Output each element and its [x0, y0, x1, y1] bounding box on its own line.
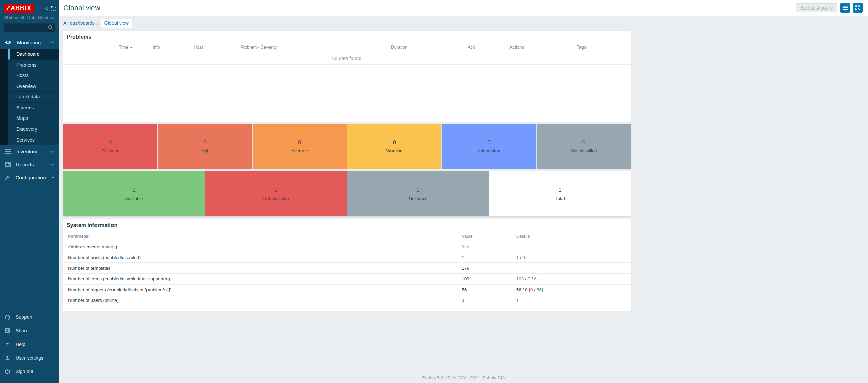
sidebar-item-maps[interactable]: Maps — [8, 113, 59, 124]
table-row: Zabbix server is running Yes — [63, 241, 631, 252]
parameter-cell: Number of users (online) — [63, 298, 462, 303]
severity-label: High — [201, 148, 210, 153]
table-row: Number of items (enabled/disabled/not su… — [63, 274, 631, 285]
sidebar-group-inventory[interactable]: Inventory — [0, 145, 59, 158]
sidebar-item-hosts[interactable]: Hosts — [8, 70, 59, 81]
sidebar-group-configuration[interactable]: Configuration — [0, 171, 59, 184]
edit-dashboard-button[interactable]: Edit dashboard — [796, 3, 837, 12]
availability-card-unknown: 0 Unknown — [347, 171, 489, 216]
breadcrumb-all-dashboards[interactable]: All dashboards — [63, 20, 95, 26]
sidebar-item-user-settings[interactable]: User settings — [0, 351, 59, 365]
sidebar-item-label: Discovery — [16, 126, 37, 132]
sidebar-item-discovery[interactable]: Discovery — [8, 124, 59, 135]
severity-card-information: 0 Information — [442, 124, 536, 169]
sidebar-nav: Monitoring Dashboard Problems Hosts Over… — [0, 36, 59, 184]
sidebar-footer: Support Z Share ? Help User settings Sig… — [0, 310, 59, 383]
headset-icon — [5, 314, 10, 320]
sidebar-item-label: Support — [16, 314, 32, 320]
availability-label: Unknown — [409, 196, 427, 201]
sidebar-group-reports[interactable]: Reports — [0, 158, 59, 171]
availability-count: 1 — [558, 187, 561, 194]
sidebar-item-share[interactable]: Z Share — [0, 324, 59, 338]
availability-card-not-available: 0 Not available — [205, 171, 347, 216]
zabbix-sia-link[interactable]: Zabbix SIA — [483, 375, 505, 380]
user-icon — [5, 355, 10, 361]
share-icon: Z — [5, 328, 10, 333]
wrench-icon — [5, 175, 10, 181]
column-header-tags: Tags — [577, 44, 586, 50]
availability-count: 0 — [274, 187, 277, 194]
sidebar-item-support[interactable]: Support — [0, 310, 59, 324]
power-icon — [5, 369, 10, 374]
parameter-cell: Number of items (enabled/disabled/not su… — [63, 276, 462, 281]
sidebar-item-sign-out[interactable]: Sign out — [0, 365, 59, 378]
value-cell: 1 — [462, 255, 516, 260]
hide-sidebar-icon[interactable] — [51, 6, 56, 11]
monitoring-submenu: Dashboard Problems Hosts Overview Latest… — [0, 49, 59, 145]
page-title: Global view — [63, 4, 100, 12]
severity-count: 0 — [487, 139, 490, 146]
sidebar-item-label: Services — [16, 137, 35, 143]
parameter-cell: Number of templates — [63, 266, 462, 271]
availability-label: Not available — [263, 196, 289, 201]
sidebar-group-label: Monitoring — [17, 40, 41, 45]
collapse-sidebar-icon[interactable]: « — [45, 5, 48, 11]
widget-title: System information — [63, 219, 631, 231]
footer-text: Zabbix 5.0.17. © 2001–2021, — [422, 375, 483, 380]
parameter-cell: Number of hosts (enabled/disabled) — [63, 255, 462, 260]
column-header-info: Info — [153, 44, 160, 50]
system-information-widget: System information Parameter Value Detai… — [63, 219, 631, 311]
availability-count: 1 — [132, 187, 135, 194]
sidebar-group-monitoring[interactable]: Monitoring — [0, 36, 59, 49]
zabbix-logo[interactable]: ZABBIX — [4, 4, 34, 13]
sort-descending-icon: ▼ — [129, 46, 133, 49]
sidebar-group-label: Inventory — [16, 149, 37, 154]
sidebar-item-screens[interactable]: Screens — [8, 103, 59, 113]
parameter-cell: Number of triggers (enabled/disabled [pr… — [63, 287, 462, 292]
dashboard-grid: Problems Time▼ Info Host Problem • Sever… — [63, 31, 631, 311]
column-header-ack: Ack — [468, 44, 475, 50]
sidebar-group-label: Configuration — [15, 175, 46, 180]
empty-state-message: No data found. — [63, 52, 631, 65]
sidebar: ZABBIX « Shibboleth Data Systems Monitor… — [0, 0, 59, 383]
top-bar: Global view Edit dashboard — [59, 0, 868, 16]
dashboard-menu-button[interactable] — [840, 3, 850, 13]
sidebar-item-help[interactable]: ? Help — [0, 338, 59, 351]
sidebar-header: ZABBIX « — [0, 0, 59, 13]
sidebar-item-overview[interactable]: Overview — [8, 81, 59, 92]
kiosk-mode-button[interactable] — [853, 3, 863, 13]
value-cell: 179 — [462, 266, 516, 271]
page-footer: Zabbix 5.0.17. © 2001–2021, Zabbix SIA — [59, 375, 868, 383]
sidebar-item-dashboard[interactable]: Dashboard — [8, 49, 59, 60]
severity-card-not-classified: 0 Not classified — [537, 124, 631, 169]
problems-widget: Problems Time▼ Info Host Problem • Sever… — [63, 31, 631, 122]
column-header-time[interactable]: Time▼ — [119, 44, 133, 50]
severity-count: 0 — [109, 139, 112, 146]
popout-arrow-icon — [51, 6, 54, 8]
details-cell: 1 — [516, 298, 631, 303]
severity-count: 0 — [203, 139, 206, 146]
severity-label: Disaster — [102, 148, 118, 153]
breadcrumb-current[interactable]: Global view — [101, 19, 132, 28]
severity-card-warning: 0 Warning — [347, 124, 441, 169]
breadcrumb: All dashboards / Global view — [59, 16, 868, 31]
sidebar-group-label: Reports — [16, 162, 34, 167]
column-header-problem-severity: Problem • Severity — [240, 44, 277, 50]
sidebar-item-label: Overview — [16, 84, 36, 89]
sidebar-item-label: Maps — [16, 115, 28, 121]
sidebar-item-services[interactable]: Services — [8, 134, 59, 145]
sidebar-item-label: Screens — [16, 105, 34, 110]
availability-label: Total — [555, 196, 565, 201]
sidebar-item-latest-data[interactable]: Latest data — [8, 92, 59, 103]
value-cell: 109 — [462, 276, 516, 281]
details-cell: 56 / 0 [0 / 56] — [516, 287, 631, 292]
column-header-parameter: Parameter — [63, 234, 462, 239]
organization-name: Shibboleth Data Systems — [0, 13, 59, 20]
sidebar-item-problems[interactable]: Problems — [8, 60, 59, 71]
sidebar-item-label: User settings — [16, 355, 44, 361]
severity-label: Average — [292, 148, 308, 153]
search-input[interactable] — [4, 23, 55, 32]
eye-icon — [5, 40, 12, 45]
severity-count: 0 — [298, 139, 301, 146]
sidebar-item-label: Hosts — [16, 73, 29, 78]
